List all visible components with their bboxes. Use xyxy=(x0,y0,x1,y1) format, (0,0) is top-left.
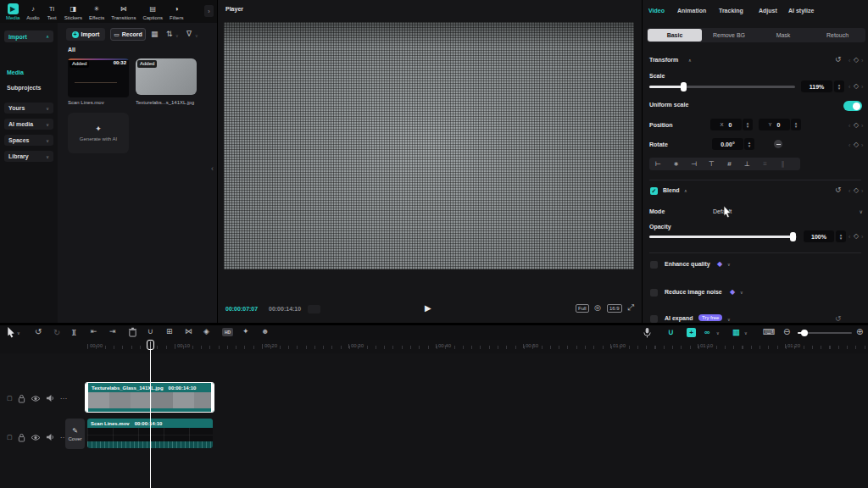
mute-track-icon[interactable] xyxy=(46,394,55,402)
delete-icon[interactable] xyxy=(128,327,137,337)
lock-track-icon[interactable] xyxy=(18,433,25,442)
keyframe-prev-icon[interactable]: ‹ xyxy=(849,123,850,129)
scale-slider[interactable] xyxy=(649,86,795,88)
mute-track-icon[interactable] xyxy=(46,433,55,441)
snapping-magnet-icon[interactable]: ∪ xyxy=(668,328,674,336)
align-center-horizontal-icon[interactable]: ∗ xyxy=(667,158,685,169)
character-icon[interactable]: ☻ xyxy=(261,328,269,336)
align-top-icon[interactable]: ⊤ xyxy=(703,158,721,169)
blend-checkbox[interactable]: ✓ xyxy=(650,187,658,195)
timecode-options-button[interactable] xyxy=(308,305,320,313)
tab-effects[interactable]: ✳ Effects xyxy=(86,2,108,22)
tab-audio[interactable]: ♪ Audio xyxy=(23,2,42,22)
transform-section-title[interactable]: Transform xyxy=(649,57,678,63)
scale-slider-handle[interactable] xyxy=(681,82,687,92)
hd-quality-icon[interactable]: HD xyxy=(222,328,233,336)
sub-tab-retouch[interactable]: Retouch xyxy=(810,29,865,42)
asset-thumbnail-scan-lines[interactable]: Added 00:32 xyxy=(68,58,129,97)
tab-text[interactable]: TI Text xyxy=(43,2,61,22)
sort-icon[interactable]: ⇅ xyxy=(166,30,173,38)
zoom-out-icon[interactable]: ⊖ xyxy=(783,328,790,336)
keyframe-prev-icon[interactable]: ‹ xyxy=(849,84,850,90)
rotate-value[interactable]: 0.00° xyxy=(712,138,743,150)
stepper-down-icon[interactable]: ▾ xyxy=(838,86,841,90)
auto-remove-gaps-icon[interactable]: ▥ xyxy=(732,328,740,336)
blend-keyframe-icon[interactable]: ◇ xyxy=(854,187,859,194)
zoom-slider-handle[interactable] xyxy=(801,330,808,336)
position-y-value[interactable]: 0 xyxy=(777,122,781,128)
keyframe-prev-icon[interactable]: ‹ xyxy=(849,142,850,148)
sidebar-item-ai-media[interactable]: AI media ∨ xyxy=(4,119,53,130)
generate-with-ai-tile[interactable]: ✦ Generate with AI xyxy=(68,113,129,153)
microphone-icon[interactable] xyxy=(643,327,652,338)
tab-video[interactable]: Video xyxy=(648,8,665,14)
select-tool-caret-icon[interactable]: ∨ xyxy=(17,330,20,336)
sidebar-item-library[interactable]: Library ∨ xyxy=(4,151,53,162)
blend-mode-dropdown[interactable]: Default ∨ xyxy=(709,205,863,218)
tab-adjust[interactable]: Adjust xyxy=(759,8,777,14)
caret-down-icon[interactable]: ∨ xyxy=(727,317,731,322)
scale-stepper[interactable]: ▴▾ xyxy=(834,80,844,92)
smart-edit-wand-icon[interactable]: ✦ xyxy=(242,328,249,336)
asset-thumbnail-texturelabs[interactable]: Added xyxy=(136,58,197,95)
fullscreen-icon[interactable]: ⤢ xyxy=(627,303,634,312)
caret-down-icon[interactable]: ∨ xyxy=(740,290,743,295)
transform-keyframe-icon[interactable]: ◇ xyxy=(854,57,859,64)
sidebar-item-import[interactable]: Import ∧ xyxy=(4,30,53,42)
keyframe-next-icon[interactable]: › xyxy=(861,188,863,194)
transform-reset-icon[interactable]: ↺ xyxy=(835,56,842,64)
opacity-keyframe-icon[interactable]: ◇ xyxy=(854,233,859,240)
stepper-down-icon[interactable]: ▾ xyxy=(747,125,749,128)
delete-left-icon[interactable]: ⇤ xyxy=(91,328,97,336)
keyframe-next-icon[interactable]: › xyxy=(861,84,863,90)
opacity-slider[interactable] xyxy=(649,236,797,238)
keyframe-next-icon[interactable]: › xyxy=(861,58,863,64)
scale-keyframe-icon[interactable]: ◇ xyxy=(854,83,859,90)
tab-stickers[interactable]: ◨ Stickers xyxy=(61,2,86,22)
undo-icon[interactable]: ↺ xyxy=(35,328,42,336)
position-y-stepper[interactable]: ▴▾ xyxy=(791,119,801,130)
keyframe-prev-icon[interactable]: ‹ xyxy=(849,188,850,194)
blend-section-title[interactable]: Blend xyxy=(663,187,679,193)
opacity-slider-handle[interactable] xyxy=(790,232,796,241)
collapse-panel-chevron-icon[interactable]: ‹ xyxy=(211,164,214,173)
sidebar-item-subprojects[interactable]: Subprojects xyxy=(7,85,41,91)
shortcut-keyboard-icon[interactable]: ⌨ xyxy=(763,328,775,336)
snapshot-icon[interactable]: ◎ xyxy=(594,304,601,312)
select-tool-icon[interactable] xyxy=(7,327,15,338)
rotate-keyframe-icon[interactable]: ◇ xyxy=(854,141,859,148)
tab-animation[interactable]: Animation xyxy=(677,8,706,14)
record-button[interactable]: ▭ Record xyxy=(110,28,146,41)
mask-icon[interactable]: ∪ xyxy=(147,328,153,336)
collapse-caret-icon[interactable]: ∧ xyxy=(684,188,687,193)
media-section-all[interactable]: All xyxy=(68,47,75,53)
ai-expand-checkbox[interactable] xyxy=(650,315,658,323)
tab-transitions[interactable]: ⋈ Transitions xyxy=(108,2,139,22)
ai-expand-reset-icon[interactable]: ↺ xyxy=(835,315,842,323)
grid-view-icon[interactable]: ▦ xyxy=(151,30,159,38)
scale-value[interactable]: 119% xyxy=(801,80,832,92)
preview-axis-icon[interactable]: + xyxy=(687,328,696,337)
stepper-down-icon[interactable]: ▾ xyxy=(840,236,843,240)
clip-trim-handle-left[interactable] xyxy=(86,383,88,413)
cover-button[interactable]: ✎ Cover xyxy=(65,419,85,449)
link-clips-icon[interactable]: ∞ xyxy=(704,328,709,336)
uniform-scale-toggle[interactable] xyxy=(843,101,862,111)
position-x-stepper[interactable]: ▴▾ xyxy=(743,119,753,130)
hide-track-icon[interactable] xyxy=(31,434,41,441)
stepper-down-icon[interactable]: ▾ xyxy=(795,125,798,128)
position-keyframe-icon[interactable]: ◇ xyxy=(854,122,859,129)
align-left-icon[interactable]: ⊢ xyxy=(649,158,667,169)
auto-remove-gaps-caret-icon[interactable]: ∨ xyxy=(744,330,748,336)
sub-tab-mask[interactable]: Mask xyxy=(756,29,810,42)
sidebar-item-media[interactable]: Media xyxy=(7,69,24,75)
toolbar-more-chevron-icon[interactable]: › xyxy=(204,5,214,17)
collapse-caret-icon[interactable]: ∧ xyxy=(688,58,692,63)
position-x-value[interactable]: 0 xyxy=(729,122,732,128)
keyframe-next-icon[interactable]: › xyxy=(861,234,863,240)
align-right-icon[interactable]: ⊣ xyxy=(685,158,703,169)
tab-ai-stylize[interactable]: AI stylize xyxy=(788,8,814,14)
filter-icon[interactable]: ∇ xyxy=(186,30,192,38)
zoom-in-icon[interactable]: ⊕ xyxy=(856,328,863,336)
enhance-quality-checkbox[interactable] xyxy=(650,261,658,269)
